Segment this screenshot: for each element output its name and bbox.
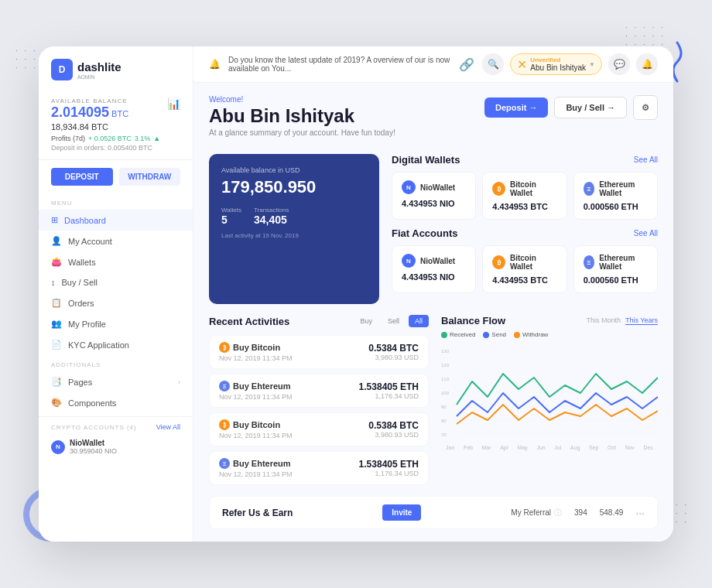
components-icon: 🎨 xyxy=(51,398,62,408)
sidebar-item-myprofile[interactable]: 👥 My Profile xyxy=(39,313,193,334)
fiat-eth-name: Ethereum Wallet xyxy=(599,254,648,271)
chart-icon[interactable]: 📊 xyxy=(167,97,180,110)
additionals-label: ADDITIONALS xyxy=(39,355,193,371)
fiat-accounts-see-all[interactable]: See All xyxy=(634,229,658,238)
bf-tab-thisyears[interactable]: This Years xyxy=(625,316,658,325)
deposit-row: Deposit in orders: 0.005400 BTC xyxy=(51,144,180,152)
refer-right: My Referral ⓘ 394 548.49 ··· xyxy=(511,507,645,519)
pages-icon: 📑 xyxy=(51,377,62,387)
crypto-account-item: N NioWallet 30.959040 NIO xyxy=(51,436,180,458)
profile-icon: 👥 xyxy=(51,319,62,329)
fiat-accounts-title: Fiat Accounts xyxy=(392,227,457,239)
logo-sub: ADMIN xyxy=(77,74,122,80)
sidebar-item-pages[interactable]: 📑 Pages › xyxy=(39,371,193,392)
crypto-view-all[interactable]: View All xyxy=(156,423,180,431)
activity-left-4: Ξ Buy Ehtereum Nov 12, 2019 11:34 PM xyxy=(219,458,293,478)
balance-btc-unit: BTC xyxy=(111,109,128,118)
invite-button[interactable]: Invite xyxy=(382,504,421,521)
notice-link-icon[interactable]: 🔗 xyxy=(459,57,474,72)
crypto-name: NioWallet xyxy=(70,439,117,447)
settings-button[interactable]: ⚙ xyxy=(633,95,658,120)
svg-text:80: 80 xyxy=(441,419,447,423)
eth-wallet-amount: 0.000560 ETH xyxy=(584,202,648,211)
main-buysell-button[interactable]: Buy / Sell → xyxy=(554,97,627,118)
transactions-label: Transactions xyxy=(254,207,289,214)
profit-value: + 0.0526 BTC xyxy=(88,135,132,142)
svg-text:70: 70 xyxy=(441,432,447,437)
sidebar-label-kyc: KYC Application xyxy=(68,340,129,350)
sidebar-item-myaccount[interactable]: 👤 My Account xyxy=(39,231,193,251)
xlabel-may: May xyxy=(518,445,528,450)
xlabel-jul: Jul xyxy=(554,445,561,450)
fiat-btc-icon: ₿ xyxy=(492,255,505,269)
deposit-label: Deposit in orders: xyxy=(51,144,106,152)
welcome-text: Welcome! xyxy=(209,95,395,104)
activity-row-3: ₿ Buy Bitcoin Nov 12, 2019 11:34 PM 0.53… xyxy=(209,412,429,446)
message-icon-btn[interactable]: 💬 xyxy=(608,53,630,75)
sidebar-item-kyc[interactable]: 📄 KYC Application xyxy=(39,334,193,355)
crypto-amount: 30.959040 NIO xyxy=(70,447,117,455)
balance-btc-value: 2.014095 xyxy=(51,104,109,121)
buysell-icon: ↕ xyxy=(51,278,56,287)
fiat-nio-icon: N xyxy=(402,254,416,268)
search-icon-btn[interactable]: 🔍 xyxy=(482,53,504,75)
tab-buy[interactable]: Buy xyxy=(354,315,378,327)
sidebar-item-dashboard[interactable]: ⊞ Dashboard xyxy=(39,210,193,231)
balance-label: AVAILABLE BALANCE xyxy=(51,97,128,104)
sidebar: D dashlite ADMIN AVAILABLE BALANCE 2.014… xyxy=(39,46,193,542)
activities-tabs: Buy Sell All xyxy=(354,315,429,327)
activity-usd-3: 3,980.93 USD xyxy=(368,431,419,439)
legend-dot-withdraw xyxy=(514,332,520,338)
refer-more-icon[interactable]: ··· xyxy=(635,507,645,519)
legend-dot-received xyxy=(441,332,447,338)
sidebar-label-buysell: Buy / Sell xyxy=(62,278,98,287)
activity-title-4: Ξ Buy Ehtereum xyxy=(219,458,293,469)
fiat-header-btc: ₿ Bitcoin Wallet xyxy=(492,254,556,271)
sidebar-item-buysell[interactable]: ↕ Buy / Sell xyxy=(39,272,193,292)
menu-label: MENU xyxy=(39,193,193,210)
fiat-accounts-section: Fiat Accounts See All N NioWallet 4.4349… xyxy=(392,227,658,293)
digital-wallets-see-all[interactable]: See All xyxy=(634,156,658,164)
withdraw-button[interactable]: WITHDRAW xyxy=(119,168,181,186)
sidebar-item-components[interactable]: 🎨 Components xyxy=(39,392,193,413)
deposit-button[interactable]: DEPOSIT xyxy=(51,168,113,186)
crypto-logo-nio: N xyxy=(51,440,65,454)
crypto-section: CRYPTO ACCOUNTS (4) View All N NioWallet… xyxy=(39,416,193,464)
activity-right-1: 0.5384 BTC 3,980.93 USD xyxy=(368,343,419,361)
refer-title: Refer Us & Earn xyxy=(222,508,293,518)
activity-amount-4: 1.538405 ETH xyxy=(359,459,419,470)
logo-text: dashlite xyxy=(77,60,122,74)
profit-row: Profits (7d) + 0.0526 BTC 3.1% ▲ xyxy=(51,135,180,142)
user-name-display: Abu Bin Ishityak xyxy=(530,63,586,72)
profit-pct: 3.1% xyxy=(135,135,151,142)
fiat-btc-name: Bitcoin Wallet xyxy=(510,254,557,271)
btc-wallet-name: Bitcoin Wallet xyxy=(510,180,557,197)
fiat-nio-name: NioWallet xyxy=(420,257,455,265)
activity-right-3: 0.5384 BTC 3,980.93 USD xyxy=(368,420,419,439)
bf-tab-thismonth[interactable]: This Month xyxy=(586,316,621,325)
main-action-row: Deposit → Buy / Sell → ⚙ xyxy=(484,95,658,120)
tab-all[interactable]: All xyxy=(409,315,429,327)
notification-icon-btn[interactable]: 🔔 xyxy=(636,53,658,75)
activity-date-1: Nov 12, 2019 11:34 PM xyxy=(219,354,293,362)
xlabel-aug: Aug xyxy=(570,445,580,450)
sidebar-item-orders[interactable]: 📋 Orders xyxy=(39,292,193,313)
digital-wallets-header: Digital Wallets See All xyxy=(392,154,658,166)
profit-label: Profits (7d) xyxy=(51,135,85,142)
svg-text:90: 90 xyxy=(441,405,447,409)
main-deposit-button[interactable]: Deposit → xyxy=(484,97,548,118)
dashboard-icon: ⊞ xyxy=(51,215,58,225)
tab-sell[interactable]: Sell xyxy=(382,315,406,327)
crypto-header: CRYPTO ACCOUNTS (4) View All xyxy=(51,423,180,431)
overview-amount: 179,850.950 xyxy=(221,177,367,197)
svg-text:110: 110 xyxy=(441,377,450,381)
nio-wallet-icon: N xyxy=(402,180,416,194)
sidebar-item-wallets[interactable]: 👛 Wallets xyxy=(39,251,193,272)
fiat-header-eth: Ξ Ethereum Wallet xyxy=(584,254,648,271)
overview-wallets-row: Available balance in USD 179,850.950 Wal… xyxy=(209,154,658,304)
legend-label-received: Received xyxy=(450,331,475,338)
wallet-card-header-btc: ₿ Bitcoin Wallet xyxy=(492,180,556,197)
fiat-nio-amount: 4.434953 NIO xyxy=(402,272,466,282)
xlabel-dec: Dec xyxy=(643,445,652,450)
legend-label-send: Send xyxy=(491,331,506,338)
